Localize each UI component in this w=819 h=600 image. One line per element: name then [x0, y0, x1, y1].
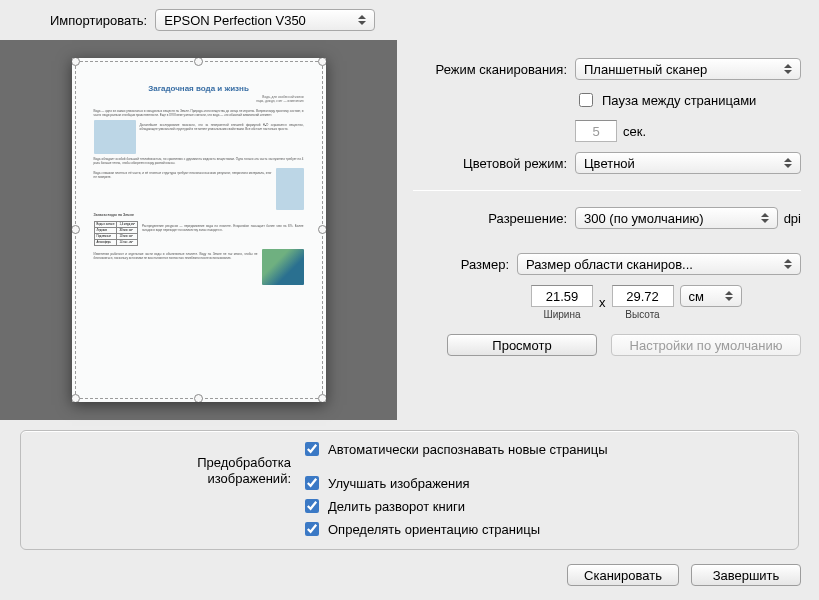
resolution-value: 300 (по умолчанию): [584, 211, 704, 226]
scan-button[interactable]: Сканировать: [567, 564, 679, 586]
scan-mode-select[interactable]: Планшетный сканер: [575, 58, 801, 80]
resize-handle-tc[interactable]: [194, 58, 203, 66]
unit-select[interactable]: см: [680, 285, 742, 307]
settings-pane: Режим сканирования: Планшетный сканер Па…: [397, 40, 819, 420]
color-mode-label: Цветовой режим:: [413, 156, 575, 171]
split-spread-row[interactable]: Делить разворот книги: [301, 496, 608, 516]
resize-handle-tl[interactable]: [72, 58, 80, 66]
updown-arrows-icon: [761, 208, 771, 228]
unit-value: см: [689, 289, 704, 304]
scan-mode-label: Режим сканирования:: [413, 62, 575, 77]
pause-seconds-input: [575, 120, 617, 142]
split-spread-checkbox[interactable]: [305, 499, 319, 513]
size-select[interactable]: Размер области сканиров...: [517, 253, 801, 275]
updown-arrows-icon: [358, 10, 368, 30]
size-label: Размер:: [413, 257, 517, 272]
resize-handle-br[interactable]: [318, 394, 326, 402]
resize-handle-mr[interactable]: [318, 225, 326, 234]
enhance-label: Улучшать изображения: [328, 476, 470, 491]
resolution-unit-label: dpi: [784, 211, 801, 226]
updown-arrows-icon: [784, 59, 794, 79]
updown-arrows-icon: [725, 286, 735, 306]
height-sublabel: Высота: [625, 309, 659, 320]
import-source-label: Импортировать:: [50, 13, 147, 28]
size-value: Размер области сканиров...: [526, 257, 693, 272]
updown-arrows-icon: [784, 153, 794, 173]
split-spread-label: Делить разворот книги: [328, 499, 465, 514]
width-sublabel: Ширина: [544, 309, 581, 320]
color-mode-select[interactable]: Цветной: [575, 152, 801, 174]
detect-orientation-row[interactable]: Определять ориентацию страницы: [301, 519, 608, 539]
auto-detect-row[interactable]: Автоматически распознавать новые страниц…: [301, 439, 608, 459]
auto-detect-checkbox[interactable]: [305, 442, 319, 456]
auto-detect-label: Автоматически распознавать новые страниц…: [328, 442, 608, 457]
detect-orientation-label: Определять ориентацию страницы: [328, 522, 540, 537]
preprocessing-group: Предобработкаизображений: Автоматически …: [20, 430, 799, 550]
crop-selection[interactable]: [75, 61, 323, 399]
preview-pane[interactable]: Загадочная вода и жизнь Вода, для особен…: [0, 40, 397, 420]
resolution-select[interactable]: 300 (по умолчанию): [575, 207, 778, 229]
section-divider: [413, 190, 801, 191]
preview-button[interactable]: Просмотр: [447, 334, 597, 356]
resolution-label: Разрешение:: [413, 211, 575, 226]
import-source-value: EPSON Perfection V350: [164, 13, 306, 28]
enhance-checkbox[interactable]: [305, 476, 319, 490]
resize-handle-tr[interactable]: [318, 58, 326, 66]
import-source-select[interactable]: EPSON Perfection V350: [155, 9, 375, 31]
height-input[interactable]: [612, 285, 674, 307]
updown-arrows-icon: [784, 254, 794, 274]
resize-handle-bl[interactable]: [72, 394, 80, 402]
resize-handle-bc[interactable]: [194, 394, 203, 402]
preprocessing-label: Предобработкаизображений:: [31, 439, 301, 539]
resize-handle-ml[interactable]: [72, 225, 80, 234]
scanned-page-preview: Загадочная вода и жизнь Вода, для особен…: [72, 58, 326, 402]
enhance-row[interactable]: Улучшать изображения: [301, 473, 608, 493]
defaults-button: Настройки по умолчанию: [611, 334, 801, 356]
finish-button[interactable]: Завершить: [691, 564, 801, 586]
color-mode-value: Цветной: [584, 156, 635, 171]
width-input[interactable]: [531, 285, 593, 307]
pause-between-pages-label: Пауза между страницами: [602, 93, 756, 108]
dimension-separator: x: [599, 295, 606, 310]
detect-orientation-checkbox[interactable]: [305, 522, 319, 536]
pause-unit-label: сек.: [623, 124, 646, 139]
footer-bar: Сканировать Завершить: [0, 558, 819, 600]
scan-mode-value: Планшетный сканер: [584, 62, 707, 77]
pause-between-pages-checkbox[interactable]: [579, 93, 593, 107]
